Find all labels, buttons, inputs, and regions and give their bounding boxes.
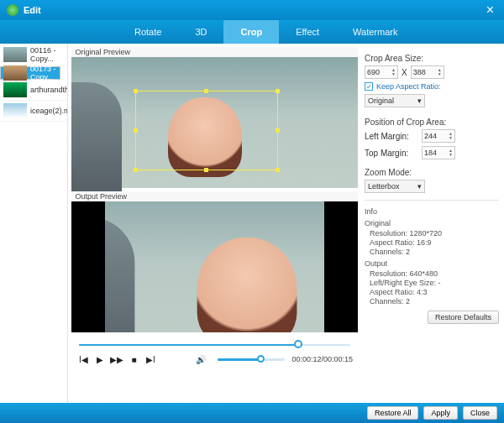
crop-width-input[interactable]: 690▲▼ [365, 65, 398, 79]
thumbnail-icon [3, 65, 27, 81]
tab-rotate[interactable]: Rotate [118, 20, 178, 44]
keep-aspect-label: Keep Aspect Ratio: [376, 82, 441, 91]
info-original-heading: Original [365, 219, 499, 227]
crop-settings-panel: Crop Area Size: 690▲▼ X 388▲▼ ✓ Keep Asp… [361, 44, 504, 403]
sidebar-item-label: arthurandthei... [30, 86, 68, 94]
tab-3d[interactable]: 3D [178, 20, 223, 44]
sidebar-item[interactable]: iceage(2).mp4 [0, 101, 67, 122]
file-sidebar: 00116 - Copy... 00173 - Copy... arthuran… [0, 44, 68, 403]
original-preview-label: Original Preview [71, 47, 358, 57]
tab-effect[interactable]: Effect [279, 20, 336, 44]
sidebar-item-label: 00173 - Copy... [30, 65, 57, 81]
zoom-mode-label: Zoom Mode: [365, 168, 499, 177]
aspect-ratio-select[interactable]: Original▾ [365, 94, 425, 107]
play-button[interactable]: ▶ [93, 352, 107, 366]
next-button[interactable]: ▶I [144, 352, 157, 366]
info-output-heading: Output [365, 259, 499, 268]
checkbox-icon: ✓ [365, 82, 373, 91]
footer: Restore All Apply Close [0, 403, 504, 423]
original-preview[interactable] [71, 57, 358, 188]
chevron-down-icon: ▾ [417, 97, 422, 105]
close-button[interactable]: Close [463, 406, 497, 420]
spinner-icon[interactable]: ▲▼ [449, 149, 453, 157]
stop-button[interactable]: ■ [127, 352, 140, 366]
tab-bar: Rotate 3D Crop Effect Watermark [0, 20, 504, 44]
thumbnail-icon [3, 82, 27, 97]
fast-forward-button[interactable]: ▶▶ [110, 352, 123, 366]
tab-watermark[interactable]: Watermark [336, 20, 414, 44]
info-line: Aspect Ratio: 4:3 [370, 288, 499, 296]
volume-icon[interactable]: 🔊 [194, 352, 207, 366]
transport: I◀ ▶ ▶▶ ■ ▶I 🔊 00:00:12/00:00:15 [71, 336, 358, 369]
close-icon[interactable]: × [483, 3, 497, 18]
tab-crop[interactable]: Crop [223, 20, 279, 44]
left-margin-label: Left Margin: [365, 132, 418, 141]
info-block: Info Original Resolution: 1280*720 Aspec… [365, 207, 499, 306]
sidebar-item[interactable]: 00173 - Copy... [0, 66, 60, 80]
crop-size-label: Crop Area Size: [365, 54, 499, 63]
left-margin-input[interactable]: 244▲▼ [422, 129, 455, 143]
window-title: Edit [24, 5, 483, 15]
volume-slider[interactable] [218, 354, 285, 364]
prev-button[interactable]: I◀ [76, 352, 90, 366]
spinner-icon[interactable]: ▲▼ [391, 68, 396, 76]
crop-rectangle[interactable] [135, 91, 278, 170]
info-line: Resolution: 1280*720 [370, 229, 499, 238]
keep-aspect-checkbox[interactable]: ✓ Keep Aspect Ratio: [365, 82, 499, 91]
top-margin-input[interactable]: 184▲▼ [422, 146, 455, 159]
restore-all-button[interactable]: Restore All [367, 406, 419, 420]
info-line: Channels: 2 [370, 248, 499, 256]
crop-height-input[interactable]: 388▲▼ [411, 65, 444, 79]
info-heading: Info [365, 207, 499, 216]
info-line: Aspect Ratio: 16:9 [370, 238, 499, 247]
apply-button[interactable]: Apply [423, 406, 458, 420]
timecode: 00:00:12/00:00:15 [291, 355, 353, 363]
spinner-icon[interactable]: ▲▼ [438, 68, 442, 76]
output-preview [71, 201, 358, 332]
spinner-icon[interactable]: ▲▼ [449, 132, 453, 140]
top-margin-label: Top Margin: [365, 149, 418, 158]
info-line: Left/Right Eye Size: - [370, 279, 499, 287]
progress-slider[interactable] [75, 337, 354, 351]
zoom-mode-select[interactable]: Letterbox▾ [365, 180, 425, 193]
thumbnail-icon [3, 47, 27, 62]
x-separator: X [402, 68, 407, 77]
output-preview-label: Output Preview [71, 191, 358, 201]
restore-defaults-button[interactable]: Restore Defaults [428, 311, 499, 324]
titlebar: Edit × [0, 0, 504, 20]
sidebar-item-label: 00116 - Copy... [30, 46, 64, 63]
chevron-down-icon: ▾ [417, 182, 422, 191]
info-line: Channels: 2 [370, 297, 499, 306]
thumbnail-icon [3, 103, 27, 118]
sidebar-item-label: iceage(2).mp4 [30, 107, 68, 115]
crop-position-label: Position of Crop Area: [365, 118, 499, 127]
sidebar-item[interactable]: arthurandthei... [0, 80, 67, 101]
sidebar-item[interactable]: 00116 - Copy... [0, 44, 67, 66]
app-icon [7, 4, 18, 16]
info-line: Resolution: 640*480 [370, 269, 499, 278]
